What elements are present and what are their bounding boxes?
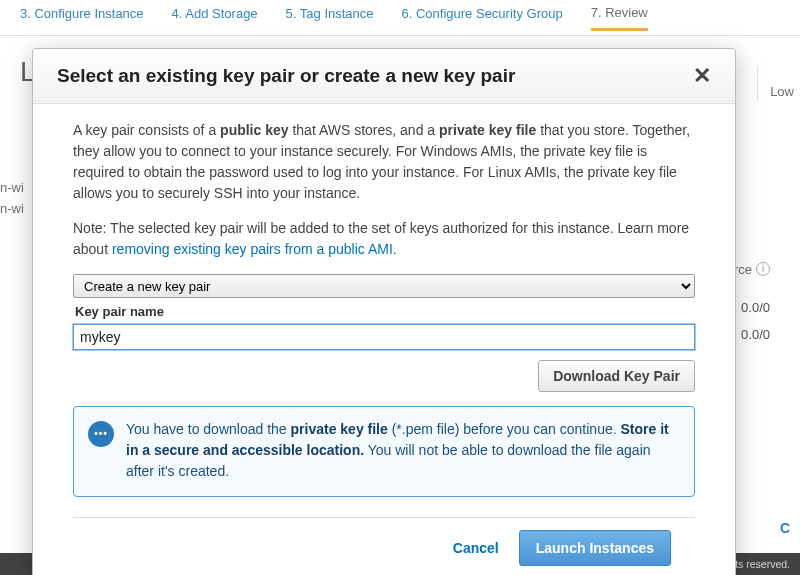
close-icon[interactable]: ✕ (693, 65, 711, 87)
info-alert: ••• You have to download the private key… (73, 406, 695, 497)
info-icon: ••• (88, 421, 114, 447)
modal-note: Note: The selected key pair will be adde… (73, 218, 695, 260)
keypair-name-label: Key pair name (75, 302, 695, 322)
text-bold: public key (220, 122, 288, 138)
modal-body: A key pair consists of a public key that… (33, 104, 735, 503)
download-row: Download Key Pair (73, 360, 695, 392)
modal-footer: Cancel Launch Instances (73, 517, 695, 576)
keypair-modal: Select an existing key pair or create a … (32, 48, 736, 575)
text: A key pair consists of a (73, 122, 220, 138)
download-keypair-button[interactable]: Download Key Pair (538, 360, 695, 392)
keypair-select[interactable]: Create a new key pair (73, 274, 695, 298)
text-bold: private key file (291, 421, 388, 437)
cancel-button[interactable]: Cancel (453, 540, 499, 556)
text: . (393, 241, 397, 257)
remove-keypairs-link[interactable]: removing existing key pairs from a publi… (112, 241, 393, 257)
modal-header: Select an existing key pair or create a … (33, 49, 735, 104)
keypair-name-input[interactable] (73, 324, 695, 350)
text-bold: private key file (439, 122, 536, 138)
modal-description: A key pair consists of a public key that… (73, 120, 695, 204)
text: You have to download the (126, 421, 291, 437)
modal-title: Select an existing key pair or create a … (57, 65, 515, 87)
text: (*.pem file) before you can continue. (388, 421, 621, 437)
launch-instances-button[interactable]: Launch Instances (519, 530, 671, 566)
text: that AWS stores, and a (289, 122, 439, 138)
info-text: You have to download the private key fil… (126, 419, 680, 482)
